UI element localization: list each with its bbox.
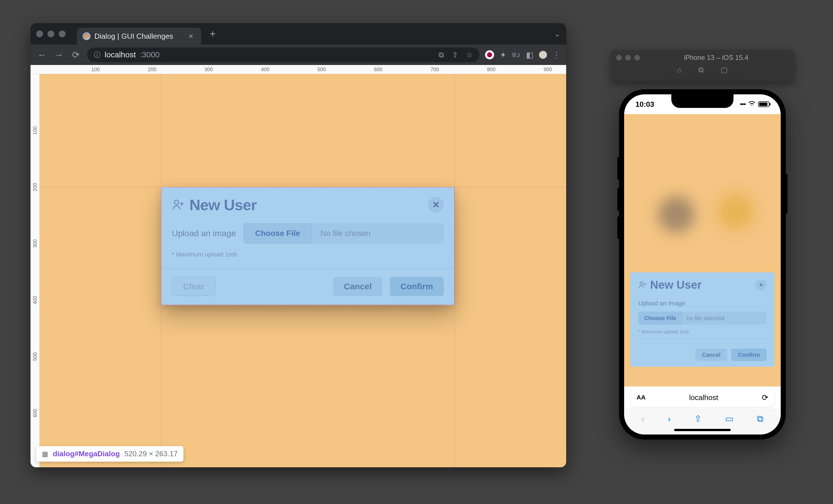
home-indicator[interactable] [674, 429, 731, 431]
reload-button[interactable]: ⟳ [70, 49, 81, 60]
media-icon[interactable]: ≡♪ [512, 50, 520, 59]
browser-toolbar: ← → ⟳ ⓘ localhost:3000 ⧉ ⇧ ☆ ✦ ≡♪ ◧ ⋮ [30, 45, 566, 65]
clear-button[interactable]: Clear [172, 277, 216, 296]
tabs-dropdown-button[interactable]: ⌄ [554, 30, 561, 39]
tab-close-button[interactable]: × [188, 31, 193, 41]
badge-dimensions: 520.29 × 263.17 [124, 450, 178, 458]
address-bar[interactable]: ⓘ localhost:3000 ⧉ ⇧ ☆ [87, 48, 479, 62]
upload-label: Upload an image [638, 300, 767, 307]
window-controls [36, 30, 66, 37]
safari-address-bar[interactable]: AA localhost ⟳ [630, 388, 775, 407]
user-plus-icon [172, 198, 184, 211]
viewport: 100 200 300 400 500 600 700 800 900 100 … [30, 65, 566, 467]
ruler-horizontal: 100 200 300 400 500 600 700 800 900 [30, 65, 566, 74]
text-size-button[interactable]: AA [637, 394, 646, 401]
browser-window: 🐵 Dialog | GUI Challenges × + ⌄ ← → ⟳ ⓘ … [30, 23, 566, 467]
tab-title: Dialog | GUI Challenges [94, 32, 173, 41]
user-plus-icon [638, 280, 647, 290]
window-close-icon[interactable] [36, 30, 43, 37]
upload-hint: * Maximum upload 1mb [172, 251, 444, 258]
choose-file-button[interactable]: Choose File [243, 223, 312, 244]
iphone-screen: 10:03 ••• New User [624, 94, 781, 434]
svg-point-1 [640, 282, 643, 284]
svg-point-0 [174, 200, 178, 204]
window-minimize-icon[interactable] [625, 55, 631, 60]
ruler-tick: 200 [148, 67, 156, 73]
browser-tab[interactable]: 🐵 Dialog | GUI Challenges × [77, 28, 201, 45]
iphone-device: 10:03 ••• New User [619, 89, 786, 439]
mega-dialog-mobile: New User ✕ Upload an image Choose File n… [630, 272, 775, 367]
home-icon[interactable]: ⌂ [677, 66, 682, 74]
sidepanel-icon[interactable]: ◧ [526, 50, 533, 59]
ruler-tick: 900 [544, 67, 552, 73]
site-info-icon[interactable]: ⓘ [94, 50, 101, 59]
address-host: localhost [104, 50, 136, 59]
open-external-icon[interactable]: ⧉ [439, 51, 444, 59]
safari-url: localhost [646, 393, 762, 402]
upload-label: Upload an image [172, 229, 236, 238]
file-status: no file selected [682, 311, 767, 325]
file-input[interactable]: Choose File no file selected [638, 311, 767, 325]
window-close-icon[interactable] [616, 55, 622, 60]
mega-dialog: New User ✕ Upload an image Choose File N… [161, 187, 454, 305]
extension-icon[interactable] [485, 50, 494, 59]
window-zoom-icon[interactable] [59, 30, 66, 37]
upload-hint: * Maximum upload 1mb [638, 329, 767, 335]
simulator-titlebar: iPhone 13 – iOS 15.4 ⌂ ⧉ ▢ [611, 50, 794, 81]
ruler-tick: 300 [32, 239, 38, 248]
devtools-element-badge: ▦ dialog#MegaDialog 520.29 × 263.17 [36, 446, 184, 462]
status-time: 10:03 [636, 100, 654, 109]
file-status: No file chosen [312, 223, 444, 244]
dialog-footer: Cancel Confirm [638, 343, 767, 361]
tabs-icon[interactable]: ⧉ [757, 413, 763, 424]
grid-icon: ▦ [42, 450, 48, 458]
background-blob [717, 193, 754, 230]
simulator-toolbar: ⌂ ⧉ ▢ [611, 66, 794, 74]
dialog-close-button[interactable]: ✕ [755, 279, 767, 291]
dialog-footer: Clear Cancel Confirm [162, 269, 454, 305]
address-path: :3000 [140, 50, 160, 59]
ruler-tick: 100 [32, 126, 38, 135]
ruler-tick: 500 [32, 352, 38, 361]
profile-avatar-icon[interactable] [539, 51, 547, 59]
extensions-icon[interactable]: ✦ [500, 50, 506, 59]
ruler-tick: 300 [205, 67, 213, 73]
simulator-title: iPhone 13 – iOS 15.4 [643, 54, 789, 61]
ruler-tick: 400 [261, 67, 269, 73]
confirm-button[interactable]: Confirm [390, 277, 444, 296]
bookmarks-icon[interactable]: ▭ [725, 413, 734, 424]
ruler-tick: 500 [317, 67, 326, 73]
ruler-tick: 400 [32, 296, 38, 304]
reload-icon[interactable]: ⟳ [762, 393, 768, 402]
upload-row: Upload an image Choose File No file chos… [172, 223, 444, 244]
cancel-button[interactable]: Cancel [333, 277, 382, 296]
mobile-page: New User ✕ Upload an image Choose File n… [624, 114, 781, 386]
share-icon[interactable]: ⇧ [694, 413, 702, 424]
menu-icon[interactable]: ⋮ [553, 50, 561, 59]
bookmark-icon[interactable]: ☆ [466, 51, 473, 59]
forward-button[interactable]: → [53, 50, 65, 60]
page-canvas: New User ✕ Upload an image Choose File N… [40, 74, 566, 467]
ruler-tick: 700 [430, 67, 439, 73]
new-tab-button[interactable]: + [210, 28, 216, 40]
ruler-tick: 200 [32, 183, 38, 191]
back-icon[interactable]: ‹ [641, 413, 644, 424]
forward-icon[interactable]: › [668, 413, 671, 424]
rotate-icon[interactable]: ▢ [721, 66, 728, 74]
window-zoom-icon[interactable] [634, 55, 640, 60]
back-button[interactable]: ← [36, 50, 47, 60]
guide-line [454, 74, 455, 467]
confirm-button[interactable]: Confirm [731, 349, 767, 361]
ruler-tick: 100 [91, 67, 100, 73]
dialog-header: New User ✕ [638, 279, 767, 291]
favicon-icon: 🐵 [82, 32, 91, 40]
window-minimize-icon[interactable] [47, 30, 54, 37]
share-icon[interactable]: ⇧ [452, 51, 458, 59]
badge-selector: dialog#MegaDialog [53, 450, 120, 458]
choose-file-button[interactable]: Choose File [638, 311, 682, 325]
dialog-body: Upload an image Choose File No file chos… [162, 220, 454, 261]
dialog-close-button[interactable]: ✕ [428, 197, 444, 213]
file-input[interactable]: Choose File No file chosen [243, 223, 444, 244]
screenshot-icon[interactable]: ⧉ [698, 66, 704, 74]
cancel-button[interactable]: Cancel [695, 349, 728, 361]
